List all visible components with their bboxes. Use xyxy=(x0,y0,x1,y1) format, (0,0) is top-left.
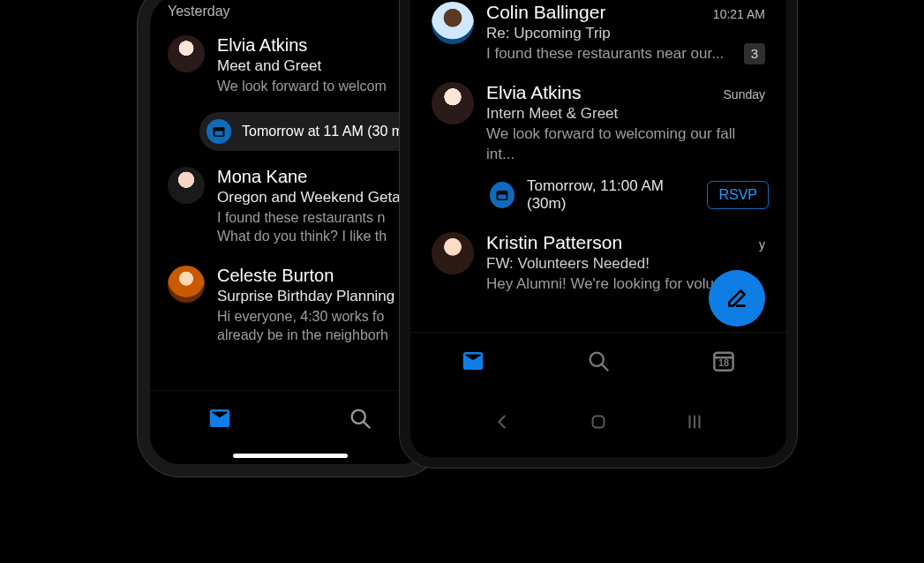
nav-recents[interactable] xyxy=(685,412,704,432)
avatar xyxy=(432,82,474,124)
calendar-date-label: 18 xyxy=(718,357,729,368)
mail-sender: Mona Kane xyxy=(217,167,307,187)
mail-preview: I found these restaurants near our... xyxy=(486,44,726,64)
avatar xyxy=(168,35,205,72)
mail-item[interactable]: Colin Ballinger 10:21 AM Re: Upcoming Tr… xyxy=(410,0,786,68)
svg-rect-1 xyxy=(214,127,225,130)
mail-item[interactable]: Celeste Burton Surprise Birthday Plannin… xyxy=(150,257,430,350)
home-indicator[interactable] xyxy=(233,454,348,458)
mail-subject: Oregon and Weekend Geta xyxy=(217,189,412,206)
bottom-tab-bar: 18 xyxy=(410,332,786,388)
bottom-tab-bar xyxy=(150,390,430,445)
compose-icon xyxy=(725,287,748,310)
svg-rect-2 xyxy=(215,131,223,135)
mail-subject: Re: Upcoming Trip xyxy=(486,25,765,42)
mail-item-body: Elvia Atkins Meet and Greet We look forw… xyxy=(217,35,412,96)
event-chip-text: Tomorrow at 11 AM (30 m xyxy=(242,124,403,139)
mail-item-body: Colin Ballinger 10:21 AM Re: Upcoming Tr… xyxy=(486,2,765,64)
mail-sender: Elvia Atkins xyxy=(217,35,307,56)
mail-preview: We look forward to welcoming our fall in… xyxy=(486,124,765,165)
svg-line-8 xyxy=(602,364,607,370)
tab-mail[interactable] xyxy=(205,403,235,433)
mail-subject: Surprise Birthday Planning xyxy=(217,288,412,305)
event-chip[interactable]: Tomorrow, 11:00 AM (30m) xyxy=(490,177,695,213)
mail-item-body: Celeste Burton Surprise Birthday Plannin… xyxy=(217,266,412,345)
mail-item[interactable]: Mona Kane Oregon and Weekend Geta I foun… xyxy=(150,158,430,251)
svg-rect-6 xyxy=(499,194,507,199)
event-chip[interactable]: Tomorrow at 11 AM (30 m xyxy=(199,112,419,151)
calendar-icon xyxy=(207,119,231,144)
mail-time: Sunday xyxy=(724,87,765,101)
mail-item-body: Mona Kane Oregon and Weekend Geta I foun… xyxy=(217,167,412,246)
mail-item[interactable]: Elvia Atkins Sunday Intern Meet & Greet … xyxy=(410,68,786,169)
avatar xyxy=(432,2,474,44)
mail-time: y xyxy=(759,237,765,251)
tab-search[interactable] xyxy=(345,403,375,433)
avatar xyxy=(432,232,474,274)
phone-mock-right: Yesterday Colin Ballinger 10:21 AM Re: U… xyxy=(400,0,797,468)
mail-preview: We look forward to welcom xyxy=(217,77,412,96)
mail-item[interactable]: Elvia Atkins Meet and Greet We look forw… xyxy=(150,26,430,101)
mail-sender: Kristin Patterson xyxy=(486,232,622,253)
mail-sender: Celeste Burton xyxy=(217,266,334,286)
tab-calendar[interactable]: 18 xyxy=(709,346,739,376)
mail-sender: Colin Ballinger xyxy=(486,2,605,23)
mail-subject: FW: Volunteers Needed! xyxy=(486,255,765,273)
event-chip-text: Tomorrow, 11:00 AM (30m) xyxy=(527,177,695,213)
mail-time: 10:21 AM xyxy=(713,7,765,21)
phone-mock-left: Yesterday Elvia Atkins Meet and Greet We… xyxy=(138,0,442,477)
avatar xyxy=(168,167,205,204)
tab-mail[interactable] xyxy=(458,346,488,376)
nav-home[interactable] xyxy=(589,412,608,432)
mail-preview: Hi everyone, 4:30 works fo already be in… xyxy=(217,307,412,345)
svg-rect-11 xyxy=(593,417,605,428)
avatar xyxy=(168,266,205,303)
mail-preview: I found these restaurants n What do you … xyxy=(217,208,412,246)
phone-left-screen: Yesterday Elvia Atkins Meet and Greet We… xyxy=(150,0,430,464)
mail-sender: Elvia Atkins xyxy=(486,82,581,103)
unread-badge: 3 xyxy=(744,43,765,64)
tab-search[interactable] xyxy=(583,346,613,376)
event-chip-row: Tomorrow, 11:00 AM (30m) RSVP xyxy=(410,169,786,218)
nav-back[interactable] xyxy=(492,412,512,432)
calendar-icon xyxy=(490,182,515,208)
svg-line-4 xyxy=(364,422,369,427)
mail-item-body: Elvia Atkins Sunday Intern Meet & Greet … xyxy=(486,82,765,165)
phone-right-screen: Yesterday Colin Ballinger 10:21 AM Re: U… xyxy=(410,0,786,457)
section-header-yesterday: Yesterday xyxy=(150,0,430,26)
mail-subject: Meet and Greet xyxy=(217,57,412,75)
mail-subject: Intern Meet & Greet xyxy=(486,105,765,123)
rsvp-button[interactable]: RSVP xyxy=(707,181,769,209)
android-nav-bar xyxy=(410,399,786,445)
compose-fab[interactable] xyxy=(709,270,765,327)
